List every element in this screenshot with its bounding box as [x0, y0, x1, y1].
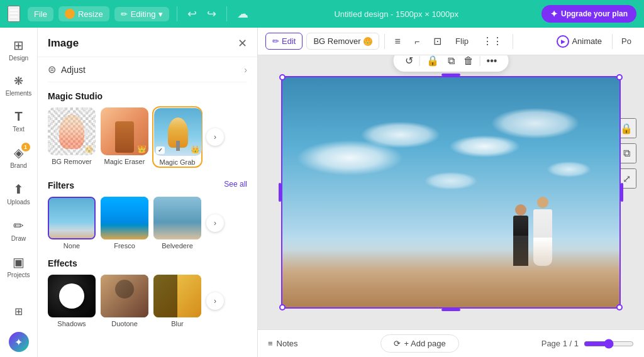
- effects-scroll-right[interactable]: ›: [206, 292, 224, 310]
- magic-button-icon: ✦: [9, 332, 29, 352]
- image-panel: Image ✕ ⊜ Adjust › Magic Studio: [38, 28, 258, 357]
- handle-bottom-right[interactable]: [616, 304, 623, 310]
- effect-duotone-label: Duotone: [101, 320, 148, 327]
- magic-eraser-card[interactable]: 👑 Magic Eraser: [101, 107, 148, 165]
- file-menu[interactable]: File: [28, 7, 53, 21]
- effect-duotone-card[interactable]: Duotone: [101, 275, 148, 327]
- rotate-button[interactable]: ↺: [402, 55, 416, 68]
- magic-grab-label: Magic Grab: [154, 158, 201, 166]
- bg-remover-thumbnail: 👑: [48, 107, 96, 155]
- notes-icon: ≡: [268, 339, 273, 348]
- po-button[interactable]: Po: [616, 33, 636, 49]
- zoom-slider[interactable]: [584, 339, 634, 349]
- crop-button[interactable]: ⊡: [428, 32, 447, 50]
- adjust-label: Adjust: [61, 65, 86, 75]
- effects-row: Shadows Duotone Blur: [48, 275, 247, 327]
- crown-icon3: 👑: [191, 145, 200, 154]
- magic-grab-card[interactable]: 👑 ✓ Magic Grab: [153, 107, 201, 167]
- filter-belvedere-card[interactable]: Belvedere: [153, 197, 201, 250]
- upgrade-button[interactable]: ✦ Upgrade your plan: [541, 5, 636, 23]
- handle-middle-top[interactable]: [441, 74, 460, 76]
- add-page-button[interactable]: ⟳ + Add page: [380, 334, 459, 353]
- canvas-image-container[interactable]: ↺ 🔒 ⧉ 🗑 •••: [281, 76, 621, 309]
- more-options-button[interactable]: •••: [484, 55, 500, 68]
- sidebar-item-draw[interactable]: ✏ Draw: [3, 213, 35, 247]
- edit-button[interactable]: ✏ Edit: [265, 33, 303, 50]
- adjust-row[interactable]: ⊜ Adjust ›: [48, 57, 247, 82]
- panel-content: ⊜ Adjust › Magic Studio 👑 BG: [38, 57, 257, 357]
- handle-middle-right[interactable]: [621, 183, 623, 202]
- filters-scroll-right[interactable]: ›: [206, 214, 224, 232]
- panel-title: Image: [48, 37, 79, 50]
- menu-icon[interactable]: ☰: [8, 6, 20, 22]
- text-icon: T: [14, 109, 22, 124]
- sidebar-item-design[interactable]: ⊞ Design: [3, 33, 35, 67]
- flip-button[interactable]: Flip: [450, 33, 474, 49]
- effect-shadows-label: Shadows: [48, 320, 96, 327]
- undo-button[interactable]: ↩: [185, 4, 199, 23]
- groom-figure: [513, 216, 528, 266]
- sidebar-item-apps[interactable]: ⊞: [3, 300, 35, 324]
- bride-figure: [533, 209, 552, 266]
- shadows-preview: [48, 275, 96, 317]
- filter-none-card[interactable]: None: [48, 197, 96, 250]
- sidebar-item-magic[interactable]: ✦: [3, 327, 35, 357]
- panel-close-button[interactable]: ✕: [238, 36, 247, 50]
- sidebar-item-uploads[interactable]: ⬆ Uploads: [3, 177, 35, 211]
- split-overlay: [153, 275, 201, 317]
- bg-remover-card[interactable]: 👑 BG Remover: [48, 107, 96, 165]
- sidebar-item-elements[interactable]: ❋ Elements: [3, 69, 35, 102]
- star-icon: ✦: [550, 9, 558, 19]
- fresco-bg: [101, 197, 148, 239]
- sidebar-item-text[interactable]: T Text: [3, 104, 35, 138]
- add-page-label: + Add page: [404, 339, 446, 348]
- filter-none-label: None: [48, 242, 96, 250]
- resize-button[interactable]: Resize: [58, 6, 109, 21]
- toolbar-divider2: [513, 34, 513, 49]
- handle-middle-bottom[interactable]: [441, 309, 460, 311]
- brand-label: Brand: [10, 162, 27, 169]
- filter-fresco-label: Fresco: [101, 242, 148, 250]
- lines-button[interactable]: ≡: [390, 33, 406, 50]
- editing-button[interactable]: ✏ Editing ▾: [114, 7, 170, 21]
- magic-studio-title: Magic Studio: [48, 91, 247, 101]
- effect-blur-thumbnail: [153, 275, 201, 317]
- magic-star-icon: ✦: [14, 336, 23, 348]
- corner-button[interactable]: ⌐: [409, 33, 425, 50]
- handle-top-right[interactable]: [616, 74, 623, 80]
- crown-icon: 👑: [84, 145, 94, 153]
- elements-label: Elements: [6, 90, 32, 97]
- chevron-right-icon: ›: [244, 65, 247, 75]
- handle-middle-left[interactable]: [279, 183, 281, 202]
- toolbar-divider1: [384, 34, 385, 49]
- magic-studio-scroll-right[interactable]: ›: [206, 128, 224, 146]
- title-area: Untitled design - 1500px × 1000px: [256, 8, 536, 19]
- sidebar-item-brand[interactable]: ◈ Brand 1: [3, 140, 35, 174]
- edit-icon: ✏: [272, 36, 279, 46]
- filters-row: None Fresco Belvedere ›: [48, 197, 247, 250]
- filters-see-all[interactable]: See all: [224, 180, 247, 189]
- animate-button[interactable]: ▶ Animate: [550, 32, 608, 51]
- pencil-icon: ✏: [121, 9, 128, 19]
- pattern-button[interactable]: ⋮⋮: [477, 32, 508, 50]
- magic-grab-thumbnail: 👑 ✓: [154, 108, 202, 156]
- sidebar-item-projects[interactable]: ▣ Projects: [3, 250, 35, 283]
- effect-duotone-thumbnail: [101, 275, 148, 317]
- handle-top-left[interactable]: [279, 74, 286, 80]
- canvas-area: ✏ Edit BG Remover 👑 ≡ ⌐ ⊡ Flip ⋮⋮ ▶ Anim…: [258, 28, 644, 357]
- filters-title: Filters: [48, 180, 74, 190]
- canvas-image[interactable]: [282, 77, 619, 307]
- bg-remover-button[interactable]: BG Remover 👑: [306, 33, 379, 50]
- redo-button[interactable]: ↪: [204, 4, 219, 23]
- delete-image-button[interactable]: 🗑: [461, 55, 476, 68]
- copy-image-button[interactable]: ⧉: [445, 55, 457, 68]
- left-nav: ⊞ Design ❋ Elements T Text ◈ Brand 1 ⬆ U…: [0, 28, 38, 357]
- filter-fresco-card[interactable]: Fresco: [101, 197, 148, 250]
- handle-bottom-left[interactable]: [279, 304, 286, 310]
- lock-image-button[interactable]: 🔒: [424, 55, 441, 68]
- figure-shape: [115, 121, 134, 153]
- effect-blur-card[interactable]: Blur: [153, 275, 201, 327]
- notes-button[interactable]: ≡ Notes: [268, 339, 298, 348]
- effect-shadows-card[interactable]: Shadows: [48, 275, 96, 327]
- cloud-save-button[interactable]: ☁: [235, 4, 251, 23]
